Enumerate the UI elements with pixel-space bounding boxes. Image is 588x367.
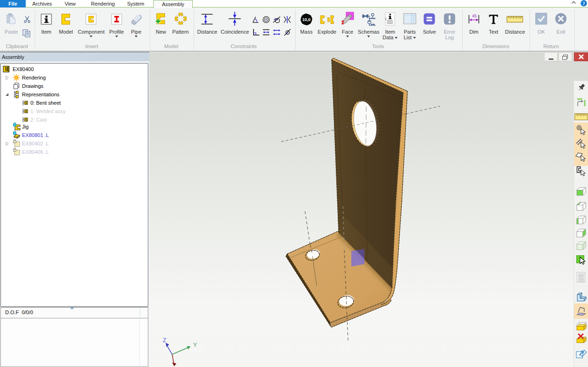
svg-text:?: ?: [583, 1, 585, 6]
svg-text:45: 45: [472, 14, 477, 18]
svg-text:10,0: 10,0: [302, 17, 311, 22]
svg-text:Y: Y: [193, 342, 197, 348]
svg-text:Z: Z: [163, 337, 166, 344]
